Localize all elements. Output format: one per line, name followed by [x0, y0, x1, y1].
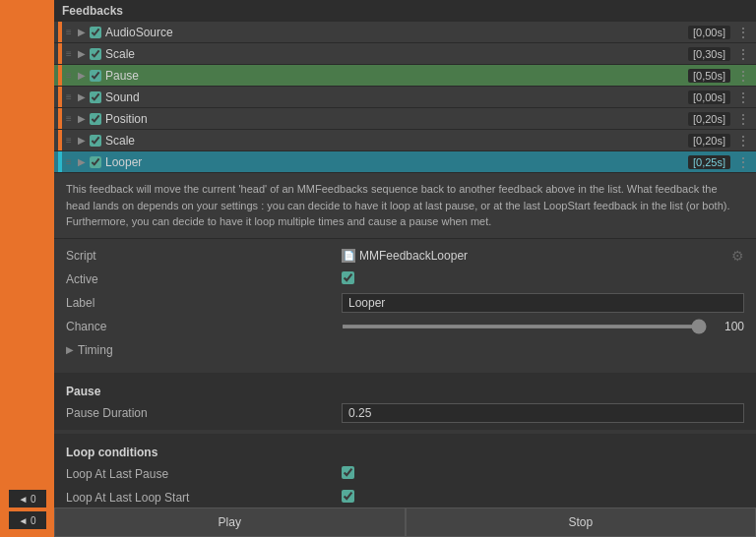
active-row: Active	[66, 268, 744, 290]
label-label: Label	[66, 296, 342, 310]
pause-duration-label: Pause Duration	[66, 406, 342, 420]
more-options-icon[interactable]: ⋮	[734, 90, 752, 105]
active-label: Active	[66, 272, 342, 286]
loop-at-last-pause-label: Loop At Last Pause	[66, 467, 342, 481]
drag-handle-icon: ≡	[66, 27, 76, 37]
drag-handle-icon: ≡	[66, 70, 76, 81]
feedback-row-scale2[interactable]: ≡ ▶ Scale [0,20s] ⋮	[54, 130, 756, 151]
feedback-label: Scale	[105, 134, 688, 148]
feedback-checkbox[interactable]	[90, 48, 101, 60]
pause-duration-value[interactable]	[342, 403, 744, 423]
color-bar	[58, 22, 62, 42]
feedback-row-scale1[interactable]: ≡ ▶ Scale [0,30s] ⋮	[54, 43, 756, 65]
chance-slider[interactable]	[342, 325, 707, 328]
feedback-time-badge: [0,00s]	[688, 26, 730, 39]
loop-at-last-pause-row: Loop At Last Pause	[66, 463, 744, 485]
feedback-row-audiosource[interactable]: ≡ ▶ AudioSource [0,00s] ⋮	[54, 22, 756, 43]
loop-conditions-section: Loop conditions Loop At Last Pause Loop …	[54, 434, 756, 514]
expand-arrow-icon[interactable]: ▶	[78, 70, 88, 81]
chance-slider-container: 100	[342, 320, 744, 333]
more-options-icon[interactable]: ⋮	[734, 68, 752, 84]
feedback-checkbox[interactable]	[90, 156, 101, 168]
drag-handle-icon: ≡	[66, 135, 76, 146]
loop-at-last-pause-checkbox[interactable]	[342, 466, 354, 479]
feedback-label: Scale	[105, 47, 688, 61]
expand-arrow-icon[interactable]: ▶	[78, 156, 88, 167]
feedback-row-sound[interactable]: ≡ ▶ Sound [0,00s] ⋮	[54, 87, 756, 108]
drag-handle-icon: ≡	[66, 48, 76, 59]
feedback-checkbox[interactable]	[90, 113, 101, 125]
bottom-buttons: Play Stop	[54, 507, 756, 537]
feedback-row-position[interactable]: ≡ ▶ Position [0,20s] ⋮	[54, 108, 756, 130]
feedback-time-badge: [0,20s]	[688, 134, 730, 148]
pause-duration-row: Pause Duration	[66, 402, 744, 424]
feedback-checkbox[interactable]	[90, 91, 101, 103]
left-sidebar: ◄ 0 ◄ 0	[0, 0, 54, 537]
script-label: Script	[66, 249, 342, 263]
more-options-icon[interactable]: ⋮	[734, 111, 752, 127]
timing-arrow-icon: ▶	[66, 344, 74, 355]
feedback-label: Looper	[105, 155, 688, 169]
expand-arrow-icon[interactable]: ▶	[78, 135, 88, 146]
label-input[interactable]	[342, 293, 744, 313]
script-value: 📄 MMFeedbackLooper ⚙	[342, 248, 744, 264]
expand-arrow-icon[interactable]: ▶	[78, 113, 88, 124]
feedback-label: Pause	[105, 69, 688, 83]
loop-at-last-loop-start-checkbox[interactable]	[342, 490, 354, 503]
sidebar-btn-1[interactable]: ◄ 0	[9, 490, 46, 507]
main-content: Feedbacks ≡ ▶ AudioSource [0,00s] ⋮ ≡ ▶ …	[54, 0, 756, 537]
sidebar-btn-2[interactable]: ◄ 0	[9, 511, 46, 529]
chance-value: 100	[715, 320, 744, 333]
play-button[interactable]: Play	[54, 507, 406, 537]
more-options-icon[interactable]: ⋮	[734, 154, 752, 170]
feedback-list: ≡ ▶ AudioSource [0,00s] ⋮ ≡ ▶ Scale [0,3…	[54, 22, 756, 173]
timing-row[interactable]: ▶ Timing	[66, 339, 744, 361]
color-bar	[58, 108, 62, 129]
loop-at-last-loop-start-value	[342, 490, 744, 506]
feedback-time-badge: [0,25s]	[688, 155, 730, 169]
pause-section: Pause Pause Duration	[54, 373, 756, 430]
loop-at-last-pause-value	[342, 466, 744, 482]
feedback-time-badge: [0,00s]	[688, 90, 730, 104]
color-bar	[58, 130, 62, 150]
timing-label: Timing	[78, 343, 113, 357]
script-name: MMFeedbackLooper	[359, 249, 468, 263]
label-row: Label	[66, 292, 744, 314]
script-icon: 📄	[342, 249, 355, 263]
loop-at-last-loop-start-label: Loop At Last Loop Start	[66, 491, 342, 505]
chance-label: Chance	[66, 320, 342, 333]
feedback-time-badge: [0,30s]	[688, 47, 730, 61]
feedback-label: Position	[105, 112, 688, 126]
active-checkbox[interactable]	[342, 271, 354, 284]
more-options-icon[interactable]: ⋮	[734, 133, 752, 149]
more-options-icon[interactable]: ⋮	[734, 25, 752, 40]
label-value[interactable]	[342, 293, 744, 313]
expand-arrow-icon[interactable]: ▶	[78, 27, 88, 37]
feedback-checkbox[interactable]	[90, 70, 101, 82]
script-settings-icon[interactable]: ⚙	[731, 248, 744, 264]
feedbacks-header: Feedbacks	[54, 0, 756, 22]
description-box: This feedback will move the current 'hea…	[54, 173, 756, 239]
drag-handle-icon: ≡	[66, 156, 76, 167]
pause-duration-input[interactable]	[342, 403, 744, 423]
color-bar	[58, 87, 62, 107]
color-bar	[58, 151, 62, 172]
active-value	[342, 271, 744, 287]
feedback-time-badge: [0,50s]	[688, 69, 730, 83]
loop-at-last-loop-start-row: Loop At Last Loop Start	[66, 487, 744, 508]
feedback-label: Sound	[105, 90, 688, 104]
pause-title: Pause	[66, 385, 744, 398]
feedback-row-pause[interactable]: ≡ ▶ Pause [0,50s] ⋮	[54, 65, 756, 87]
expand-arrow-icon[interactable]: ▶	[78, 48, 88, 59]
feedback-row-looper[interactable]: ≡ ▶ Looper [0,25s] ⋮	[54, 151, 756, 173]
stop-button[interactable]: Stop	[406, 507, 757, 537]
feedback-time-badge: [0,20s]	[688, 112, 730, 126]
more-options-icon[interactable]: ⋮	[734, 46, 752, 62]
color-bar	[58, 65, 62, 86]
feedback-checkbox[interactable]	[90, 27, 101, 38]
feedback-checkbox[interactable]	[90, 135, 101, 147]
loop-conditions-title: Loop conditions	[66, 446, 744, 459]
expand-arrow-icon[interactable]: ▶	[78, 91, 88, 102]
properties-section: Script 📄 MMFeedbackLooper ⚙ Active Label…	[54, 239, 756, 369]
drag-handle-icon: ≡	[66, 91, 76, 102]
